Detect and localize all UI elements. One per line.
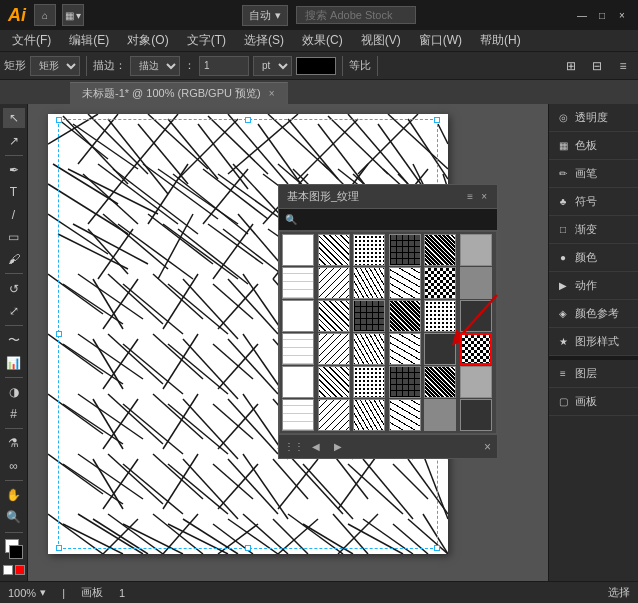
warp-tool[interactable]: 〜 [3, 330, 25, 350]
stroke-type-select[interactable]: 描边 [130, 56, 180, 76]
pattern-cell[interactable] [282, 300, 314, 332]
right-item-graphicstyles[interactable]: ★ 图形样式 [549, 328, 638, 356]
pattern-cell[interactable] [353, 333, 385, 365]
close-button[interactable]: × [614, 7, 630, 23]
menu-object[interactable]: 对象(O) [119, 30, 176, 51]
pattern-cell[interactable] [353, 366, 385, 398]
pattern-cell[interactable] [460, 399, 492, 431]
zoom-tool[interactable]: 🔍 [3, 507, 25, 527]
pen-tool[interactable]: ✒ [3, 160, 25, 180]
pattern-cell[interactable] [282, 234, 314, 266]
rotate-tool[interactable]: ↺ [3, 278, 25, 298]
search-input[interactable] [296, 6, 416, 24]
distribute-icon[interactable]: ⊟ [586, 55, 608, 77]
pattern-cell[interactable] [353, 399, 385, 431]
paintbrush-tool[interactable]: 🖌 [3, 249, 25, 269]
menu-effect[interactable]: 效果(C) [294, 30, 351, 51]
panel-search-input[interactable] [301, 214, 491, 226]
pattern-cell[interactable] [318, 300, 350, 332]
pattern-cell[interactable] [424, 300, 456, 332]
pattern-cell[interactable] [424, 333, 456, 365]
pattern-cell[interactable] [318, 234, 350, 266]
pattern-cell[interactable] [318, 399, 350, 431]
pattern-cell[interactable] [353, 267, 385, 299]
pattern-cell[interactable] [318, 267, 350, 299]
menu-edit[interactable]: 编辑(E) [61, 30, 117, 51]
stroke-color-swatch[interactable] [296, 57, 336, 75]
tab-close-button[interactable]: × [269, 88, 275, 99]
maximize-button[interactable]: □ [594, 7, 610, 23]
stroke-unit-select[interactable]: pt [253, 56, 292, 76]
pattern-cell[interactable] [389, 267, 421, 299]
shape-select[interactable]: 矩形 [30, 56, 80, 76]
zoom-dropdown[interactable]: ▾ [40, 586, 46, 599]
right-item-color[interactable]: ● 颜色 [549, 244, 638, 272]
line-tool[interactable]: / [3, 204, 25, 224]
footer-close-button[interactable]: × [484, 440, 491, 454]
pattern-cell[interactable] [353, 234, 385, 266]
eyedropper-tool[interactable]: ⚗ [3, 433, 25, 453]
pattern-cell[interactable] [460, 234, 492, 266]
pattern-cell[interactable] [424, 267, 456, 299]
pattern-cell[interactable] [282, 333, 314, 365]
panel-menu-icon[interactable]: ≡ [465, 191, 475, 202]
right-item-transparency[interactable]: ◎ 透明度 [549, 104, 638, 132]
pattern-cell[interactable] [318, 333, 350, 365]
pattern-cell[interactable] [282, 366, 314, 398]
footer-prev-button[interactable]: ◀ [307, 438, 325, 456]
right-item-layers[interactable]: ≡ 图层 [549, 360, 638, 388]
pattern-cell[interactable] [424, 366, 456, 398]
pattern-cell[interactable] [460, 333, 492, 365]
right-item-symbols[interactable]: ♣ 符号 [549, 188, 638, 216]
pattern-cell[interactable] [389, 333, 421, 365]
swap-icon[interactable] [3, 565, 13, 575]
pattern-cell[interactable] [389, 366, 421, 398]
footer-next-button[interactable]: ▶ [329, 438, 347, 456]
menu-text[interactable]: 文字(T) [179, 30, 234, 51]
pattern-cell[interactable] [424, 399, 456, 431]
stroke-width-input[interactable] [199, 56, 249, 76]
right-item-swatches[interactable]: ▦ 色板 [549, 132, 638, 160]
pattern-cell[interactable] [424, 234, 456, 266]
direct-select-tool[interactable]: ↗ [3, 130, 25, 150]
right-item-brushes[interactable]: ✏ 画笔 [549, 160, 638, 188]
view-toggle[interactable]: ▦ ▾ [62, 4, 84, 26]
pattern-cell[interactable] [282, 399, 314, 431]
pattern-cell[interactable] [460, 267, 492, 299]
right-item-actions[interactable]: ▶ 动作 [549, 272, 638, 300]
select-tool[interactable]: ↖ [3, 108, 25, 128]
scale-tool[interactable]: ⤢ [3, 301, 25, 321]
zoom-control[interactable]: 100% ▾ [8, 586, 46, 599]
menu-view[interactable]: 视图(V) [353, 30, 409, 51]
right-item-artboards[interactable]: ▢ 画板 [549, 388, 638, 416]
hand-tool[interactable]: ✋ [3, 485, 25, 505]
right-item-gradient[interactable]: □ 渐变 [549, 216, 638, 244]
menu-select[interactable]: 选择(S) [236, 30, 292, 51]
type-tool[interactable]: T [3, 182, 25, 202]
right-item-colorguide[interactable]: ◈ 颜色参考 [549, 300, 638, 328]
blend-tool[interactable]: ∞ [3, 456, 25, 476]
home-icon[interactable]: ⌂ [34, 4, 56, 26]
pattern-cell[interactable] [282, 267, 314, 299]
rect-tool[interactable]: ▭ [3, 227, 25, 247]
mesh-tool[interactable]: # [3, 404, 25, 424]
panel-close-icon[interactable]: × [479, 191, 489, 202]
none-icon[interactable] [15, 565, 25, 575]
minimize-button[interactable]: — [574, 7, 590, 23]
more-icon[interactable]: ≡ [612, 55, 634, 77]
menu-help[interactable]: 帮助(H) [472, 30, 529, 51]
pattern-cell[interactable] [389, 234, 421, 266]
graph-tool[interactable]: 📊 [3, 352, 25, 372]
panel-header[interactable]: 基本图形_纹理 ≡ × [279, 185, 497, 209]
pattern-cell[interactable] [353, 300, 385, 332]
gradient-tool[interactable]: ◑ [3, 382, 25, 402]
document-tab[interactable]: 未标题-1* @ 100% (RGB/GPU 预览) × [70, 82, 288, 104]
align-icon[interactable]: ⊞ [560, 55, 582, 77]
menu-file[interactable]: 文件(F) [4, 30, 59, 51]
color-swatches[interactable] [3, 539, 25, 559]
pattern-cell[interactable] [318, 366, 350, 398]
pattern-cell[interactable] [389, 300, 421, 332]
arrangement-dropdown[interactable]: 自动 ▾ [242, 5, 288, 26]
pattern-cell[interactable] [460, 366, 492, 398]
pattern-cell[interactable] [460, 300, 492, 332]
